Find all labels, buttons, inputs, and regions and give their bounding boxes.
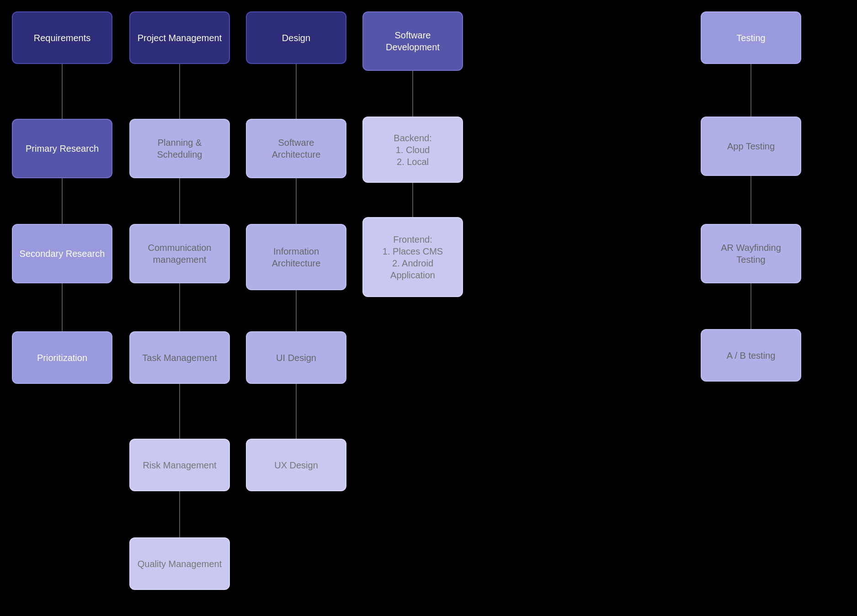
connectors-svg	[0, 0, 857, 616]
information-architecture-node: Information Architecture	[246, 224, 346, 290]
communication-management-node: Communication management	[129, 224, 230, 283]
prioritization-node: Prioritization	[12, 331, 112, 384]
requirements-node: Requirements	[12, 11, 112, 64]
design-node: Design	[246, 11, 346, 64]
app-testing-node: App Testing	[701, 117, 801, 176]
risk-management-node: Risk Management	[129, 439, 230, 491]
primary-research-node: Primary Research	[12, 119, 112, 178]
task-management-node: Task Management	[129, 331, 230, 384]
quality-management-node: Quality Management	[129, 537, 230, 590]
diagram: RequirementsPrimary ResearchSecondary Re…	[0, 0, 857, 616]
ux-design-node: UX Design	[246, 439, 346, 491]
backend-node: Backend: 1. Cloud 2. Local	[362, 117, 463, 183]
ar-wayfinding-testing-node: AR Wayfinding Testing	[701, 224, 801, 283]
software-development-node: Software Development	[362, 11, 463, 71]
secondary-research-node: Secondary Research	[12, 224, 112, 283]
software-architecture-node: Software Architecture	[246, 119, 346, 178]
frontend-node: Frontend: 1. Places CMS 2. Android Appli…	[362, 217, 463, 297]
ab-testing-node: A / B testing	[701, 329, 801, 382]
testing-node: Testing	[701, 11, 801, 64]
planning-scheduling-node: Planning & Scheduling	[129, 119, 230, 178]
project-management-node: Project Management	[129, 11, 230, 64]
ui-design-node: UI Design	[246, 331, 346, 384]
